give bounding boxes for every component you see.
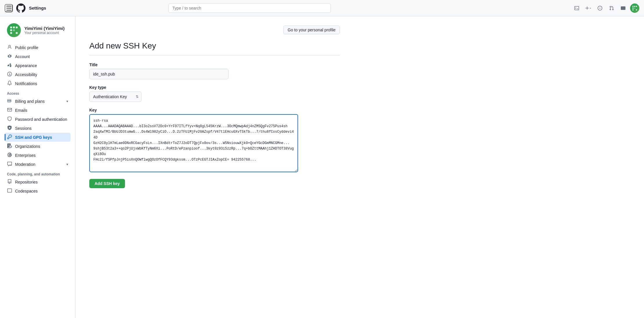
app-title: Settings bbox=[29, 6, 46, 10]
user-avatar[interactable] bbox=[630, 3, 639, 13]
svg-rect-10 bbox=[10, 29, 12, 31]
form-section: Title Key type Authentication Key Signin… bbox=[89, 62, 298, 188]
svg-rect-4 bbox=[634, 8, 635, 9]
comment-icon bbox=[7, 161, 12, 167]
create-new-btn[interactable] bbox=[584, 3, 593, 13]
title-group: Title bbox=[89, 62, 298, 79]
gear-icon bbox=[7, 54, 12, 59]
key-type-select-wrapper: Authentication Key Signing Key ⇅ bbox=[89, 91, 142, 102]
person-icon bbox=[7, 45, 12, 50]
broadcast-icon bbox=[7, 125, 12, 131]
sidebar-item-accessibility[interactable]: Accessibility bbox=[5, 70, 70, 79]
sidebar-item-moderation[interactable]: Moderation ▾ bbox=[5, 160, 70, 169]
paintbrush-icon bbox=[7, 63, 12, 68]
avatar-image bbox=[630, 3, 639, 13]
sidebar-item-organizations[interactable]: Organizations bbox=[5, 142, 70, 151]
chevron-down-icon: ▾ bbox=[66, 99, 68, 103]
sidebar-label-emails: Emails bbox=[15, 108, 27, 113]
svg-rect-8 bbox=[13, 26, 15, 28]
page-title: Add new SSH Key bbox=[89, 41, 340, 51]
go-to-profile-button[interactable]: Go to your personal profile bbox=[283, 26, 340, 34]
sidebar-item-sessions[interactable]: Sessions bbox=[5, 124, 70, 133]
sidebar-label-billing: Billing and plans bbox=[15, 99, 45, 104]
svg-rect-0 bbox=[632, 6, 634, 7]
shield-icon bbox=[7, 116, 12, 122]
accessibility-icon bbox=[7, 72, 12, 77]
sidebar-item-public-profile[interactable]: Public profile bbox=[5, 43, 70, 52]
sidebar-item-ssh-gpg[interactable]: SSH and GPG keys bbox=[5, 133, 70, 142]
issues-icon-btn[interactable] bbox=[595, 3, 605, 13]
sidebar: YimiYimi (YimiYimi) Your personal accoun… bbox=[0, 16, 75, 318]
svg-rect-11 bbox=[13, 29, 15, 31]
sidebar-section-code: Code, planning, and automation bbox=[5, 169, 70, 177]
svg-rect-9 bbox=[16, 26, 17, 28]
sidebar-username: YimiYimi (YimiYimi) bbox=[24, 26, 65, 31]
sidebar-label-ssh-gpg: SSH and GPG keys bbox=[15, 135, 52, 140]
credit-card-icon bbox=[7, 98, 12, 104]
sidebar-item-emails[interactable]: Emails bbox=[5, 106, 70, 115]
svg-rect-6 bbox=[636, 9, 637, 10]
svg-rect-5 bbox=[632, 9, 634, 10]
sidebar-user-sub: Your personal account bbox=[24, 31, 65, 35]
main-content: Go to your personal profile Add new SSH … bbox=[75, 16, 354, 318]
sidebar-label-moderation: Moderation bbox=[15, 162, 35, 167]
chevron-down-icon-moderation: ▾ bbox=[66, 162, 68, 166]
sidebar-label-repositories: Repositories bbox=[15, 180, 38, 184]
key-textarea[interactable]: ssh-rsa AAAA...AAADAQABAAAD...bI3o2ssV72… bbox=[89, 114, 298, 172]
page-layout: YimiYimi (YimiYimi) Your personal accoun… bbox=[0, 16, 644, 318]
terminal-icon-btn[interactable] bbox=[572, 3, 581, 13]
repo-icon bbox=[7, 179, 12, 185]
sidebar-section-access: Access bbox=[5, 88, 70, 97]
key-icon bbox=[7, 134, 12, 140]
key-type-group: Key type Authentication Key Signing Key … bbox=[89, 85, 298, 102]
main-header: Go to your personal profile bbox=[89, 26, 340, 34]
sidebar-item-notifications[interactable]: Notifications bbox=[5, 79, 70, 88]
sidebar-label-accessibility: Accessibility bbox=[15, 72, 37, 77]
org-icon bbox=[7, 143, 12, 149]
sidebar-item-enterprises[interactable]: Enterprises bbox=[5, 151, 70, 160]
sidebar-label-account: Account bbox=[15, 54, 30, 59]
hamburger-menu[interactable] bbox=[5, 4, 13, 12]
sidebar-item-appearance[interactable]: Appearance bbox=[5, 61, 70, 70]
github-logo bbox=[16, 3, 26, 13]
topnav-actions bbox=[572, 3, 639, 13]
globe-icon bbox=[7, 152, 12, 158]
key-type-select[interactable]: Authentication Key Signing Key bbox=[89, 91, 142, 102]
svg-rect-7 bbox=[10, 26, 12, 28]
top-navigation: Settings bbox=[0, 0, 644, 16]
sidebar-item-password-auth[interactable]: Password and authentication bbox=[5, 115, 70, 124]
svg-rect-1 bbox=[634, 6, 635, 7]
sidebar-label-codespaces: Codespaces bbox=[15, 189, 38, 193]
sidebar-label-notifications: Notifications bbox=[15, 81, 37, 86]
title-label: Title bbox=[89, 62, 298, 67]
inbox-icon-btn[interactable] bbox=[618, 3, 628, 13]
svg-rect-2 bbox=[636, 6, 637, 7]
search-container bbox=[168, 3, 331, 13]
svg-rect-13 bbox=[16, 32, 17, 34]
mail-icon bbox=[7, 107, 12, 113]
title-input[interactable] bbox=[89, 69, 228, 79]
codespaces-icon bbox=[7, 188, 12, 194]
form-divider bbox=[89, 55, 340, 55]
sidebar-avatar bbox=[7, 23, 21, 37]
sidebar-item-codespaces[interactable]: Codespaces bbox=[5, 186, 70, 195]
sidebar-label-password-auth: Password and authentication bbox=[15, 117, 67, 122]
bell-icon bbox=[7, 81, 12, 86]
key-type-label: Key type bbox=[89, 85, 298, 90]
sidebar-item-billing[interactable]: Billing and plans ▾ bbox=[5, 97, 70, 106]
sidebar-user-info: YimiYimi (YimiYimi) Your personal accoun… bbox=[5, 23, 70, 37]
pullrequest-icon-btn[interactable] bbox=[607, 3, 616, 13]
sidebar-label-enterprises: Enterprises bbox=[15, 153, 36, 158]
sidebar-label-sessions: Sessions bbox=[15, 126, 32, 131]
add-ssh-key-button[interactable]: Add SSH key bbox=[89, 179, 125, 188]
sidebar-item-account[interactable]: Account bbox=[5, 52, 70, 61]
key-group: Key ssh-rsa AAAA...AAADAQABAAAD...bI3o2s… bbox=[89, 108, 298, 173]
sidebar-item-repositories[interactable]: Repositories bbox=[5, 177, 70, 186]
sidebar-label-public-profile: Public profile bbox=[15, 45, 38, 50]
svg-rect-12 bbox=[10, 32, 12, 34]
sidebar-label-appearance: Appearance bbox=[15, 63, 37, 68]
svg-rect-3 bbox=[632, 8, 634, 9]
sidebar-label-organizations: Organizations bbox=[15, 144, 40, 149]
key-label: Key bbox=[89, 108, 298, 112]
search-input[interactable] bbox=[168, 3, 331, 13]
